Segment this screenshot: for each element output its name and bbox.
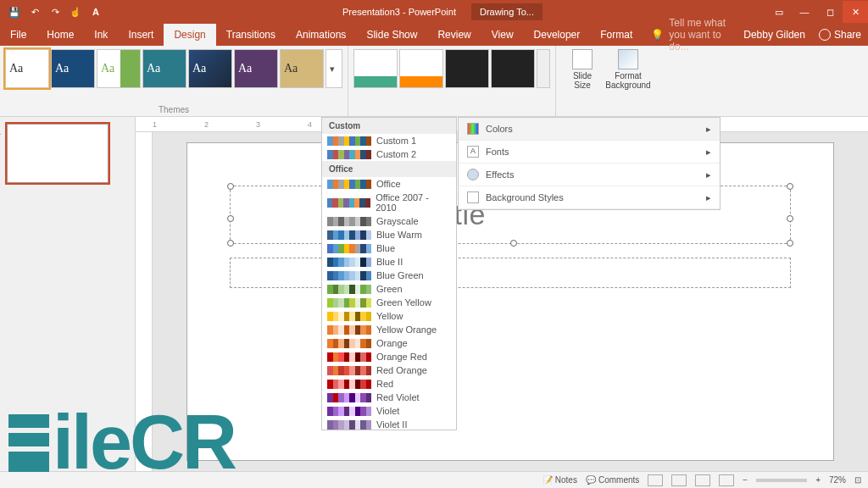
color-scheme-row[interactable]: Office (322, 177, 456, 191)
reading-view-icon[interactable] (695, 474, 710, 486)
notes-label: Notes (555, 475, 577, 485)
comments-button[interactable]: 💬 Comments (586, 475, 639, 485)
variants-fonts-row[interactable]: AFonts▸ (459, 141, 720, 164)
tab-animations[interactable]: Animations (286, 24, 356, 46)
person-icon (819, 29, 831, 41)
variant-thumb[interactable] (353, 49, 398, 88)
slide-number: 1 (0, 126, 1, 136)
slide-size-button[interactable]: Slide Size (563, 49, 602, 113)
theme-thumb[interactable]: Aa (5, 49, 49, 88)
tell-me-search[interactable]: 💡Tell me what you want to do... (643, 24, 737, 46)
tab-review[interactable]: Review (427, 24, 481, 46)
tab-ink[interactable]: Ink (84, 24, 118, 46)
zoom-slider[interactable] (756, 479, 807, 482)
color-scheme-row[interactable]: Violet (322, 404, 456, 418)
minimize-icon[interactable]: — (792, 1, 817, 23)
close-icon[interactable]: ✕ (843, 1, 868, 23)
font-color-icon[interactable]: A (88, 4, 103, 19)
save-icon[interactable]: 💾 (7, 4, 22, 19)
color-scheme-row[interactable]: Office 2007 - 2010 (322, 191, 456, 214)
color-scheme-row[interactable]: Red (322, 377, 456, 391)
color-scheme-row[interactable]: Red Orange (322, 363, 456, 377)
variant-thumb[interactable] (445, 49, 489, 88)
color-scheme-row[interactable]: Yellow Orange (322, 323, 456, 336)
color-scheme-row[interactable]: Yellow (322, 309, 456, 323)
chevron-right-icon: ▸ (706, 169, 711, 180)
slideshow-view-icon[interactable] (719, 474, 734, 486)
theme-thumb[interactable]: Aa (142, 49, 186, 88)
slide-size-icon (572, 49, 593, 69)
theme-thumb[interactable]: Aa (51, 49, 95, 88)
color-scheme-row[interactable]: Custom 1 (322, 134, 456, 147)
color-scheme-row[interactable]: Green (322, 282, 456, 296)
sorter-view-icon[interactable] (671, 474, 687, 486)
zoom-level[interactable]: 72% (829, 475, 846, 485)
fit-to-window-icon[interactable]: ⊡ (854, 475, 861, 485)
tab-format[interactable]: Format (590, 24, 643, 46)
theme-thumb[interactable]: Aa (280, 49, 324, 88)
color-scheme-row[interactable]: Orange Red (322, 350, 456, 363)
tell-me-placeholder: Tell me what you want to do... (669, 17, 728, 53)
ribbon-tabs: File Home Ink Insert Design Transitions … (0, 24, 868, 46)
slide-thumbnail[interactable]: 1 (7, 124, 108, 183)
background-icon (467, 191, 479, 203)
variant-thumb[interactable] (491, 49, 535, 88)
comments-label: Comments (598, 475, 639, 485)
normal-view-icon[interactable] (648, 474, 663, 486)
color-scheme-row[interactable]: Grayscale (322, 214, 456, 228)
fonts-icon: A (467, 146, 479, 158)
theme-thumb[interactable]: Aa (188, 49, 232, 88)
notes-button[interactable]: 📝 Notes (542, 475, 577, 485)
customize-group: Slide Size Format Background (555, 46, 654, 116)
lightbulb-icon: 💡 (651, 29, 664, 41)
themes-group-label: Themes (0, 105, 348, 114)
subtitle-placeholder[interactable]: k to add subtitle (230, 258, 791, 288)
ribbon-body: Aa Aa Aa Aa Aa Aa Aa ▾ Themes Slide Size… (0, 46, 868, 117)
tab-insert[interactable]: Insert (118, 24, 164, 46)
panel-label: Background Styles (486, 192, 706, 202)
color-scheme-row[interactable]: Blue II (322, 255, 456, 269)
color-scheme-row[interactable]: Red Violet (322, 391, 456, 404)
touch-mode-icon[interactable]: ☝ (68, 4, 83, 19)
variants-more[interactable] (537, 49, 550, 88)
themes-gallery: Aa Aa Aa Aa Aa Aa Aa ▾ Themes (0, 46, 348, 116)
tab-home[interactable]: Home (36, 24, 84, 46)
color-scheme-row[interactable]: Orange (322, 336, 456, 350)
user-account[interactable]: Debby Gilden (737, 24, 812, 46)
tab-slideshow[interactable]: Slide Show (356, 24, 427, 46)
tab-design[interactable]: Design (164, 24, 215, 46)
watermark-f-icon (8, 414, 49, 472)
variants-gallery (348, 46, 555, 116)
contextual-tab-title: Drawing To... (471, 3, 542, 20)
tab-file[interactable]: File (0, 24, 36, 46)
ribbon-display-icon[interactable]: ▭ (766, 1, 792, 23)
variants-colors-row[interactable]: Colors▸ (459, 118, 720, 141)
maximize-icon[interactable]: ◻ (817, 1, 843, 23)
redo-icon[interactable]: ↷ (47, 4, 63, 19)
theme-thumb[interactable]: Aa (234, 49, 278, 88)
color-scheme-row[interactable]: Violet II (322, 418, 456, 430)
colors-section-custom: Custom (322, 118, 456, 134)
undo-icon[interactable]: ↶ (27, 4, 42, 19)
color-scheme-row[interactable]: Blue Warm (322, 228, 456, 241)
zoom-in-icon[interactable]: + (815, 475, 821, 485)
variants-effects-row[interactable]: Effects▸ (459, 164, 720, 186)
tab-transitions[interactable]: Transitions (216, 24, 286, 46)
chevron-right-icon: ▸ (706, 147, 711, 158)
format-background-button[interactable]: Format Background (609, 49, 648, 113)
chevron-right-icon: ▸ (706, 124, 711, 135)
tab-view[interactable]: View (481, 24, 524, 46)
color-scheme-row[interactable]: Custom 2 (322, 147, 456, 161)
share-button[interactable]: Share (812, 24, 868, 46)
theme-thumb[interactable]: Aa (97, 49, 141, 88)
slide-size-label: Slide Size (573, 71, 592, 90)
zoom-out-icon[interactable]: − (743, 475, 748, 485)
variants-bg-row[interactable]: Background Styles▸ (459, 186, 720, 209)
color-scheme-row[interactable]: Green Yellow (322, 296, 456, 309)
variant-thumb[interactable] (399, 49, 443, 88)
theme-thumb[interactable]: ▾ (326, 49, 342, 88)
tab-developer[interactable]: Developer (524, 24, 591, 46)
panel-label: Colors (486, 124, 706, 134)
color-scheme-row[interactable]: Blue Green (322, 269, 456, 282)
color-scheme-row[interactable]: Blue (322, 241, 456, 255)
